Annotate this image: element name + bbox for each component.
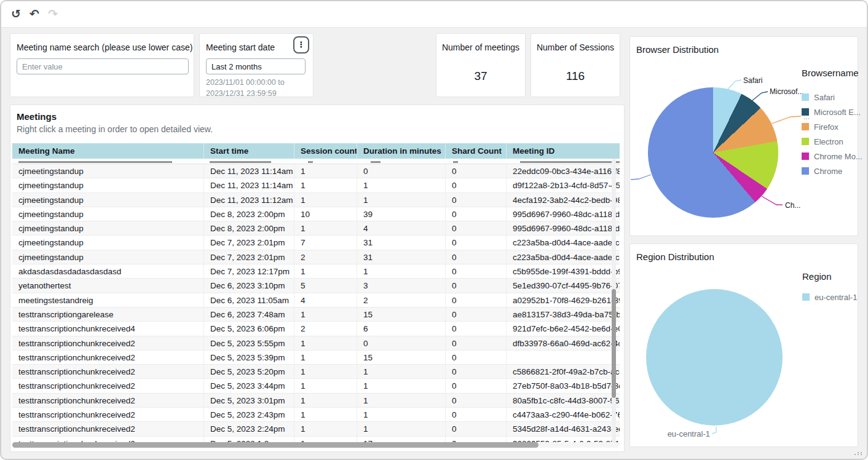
- legend-label: Microsoft E...: [814, 108, 861, 117]
- legend-item[interactable]: Microsoft E...: [802, 105, 862, 119]
- table-row-clipped-bottom[interactable]: testtranscriptionchunkreceived2Dec 5, 20…: [12, 437, 620, 442]
- table-row[interactable]: testtranscriptionchunkreceived2Dec 5, 20…: [12, 365, 620, 379]
- table-cell: 0: [445, 178, 506, 192]
- legend-item[interactable]: Firefox: [802, 119, 862, 134]
- table-row[interactable]: akdasdasdasdadasdasdasdDec 7, 2023 12:17…: [12, 264, 620, 279]
- table-cell: 995d6967-9960-48dc-a118-dc92: [506, 207, 620, 221]
- table-cell: 1: [294, 164, 357, 178]
- table-cell: 1: [294, 178, 357, 192]
- search-input[interactable]: Enter value: [17, 58, 189, 74]
- reset-icon[interactable]: ↺: [9, 7, 23, 22]
- table-cell: 0: [445, 307, 506, 321]
- table-row[interactable]: cjmeetingstandupDec 11, 2023 11:14am110d…: [12, 178, 620, 192]
- table-row[interactable]: testtranscriptionchunkreceived2Dec 5, 20…: [12, 336, 620, 351]
- column-header[interactable]: Session count: [294, 143, 357, 159]
- meeting-start-date-card: Meeting start date ⋮ Last 2 months 2023/…: [199, 33, 314, 97]
- table-cell: cjmeetingstandup: [12, 178, 203, 192]
- search-label: Meeting name search (please use lower ca…: [17, 42, 192, 52]
- table-cell: 995d6967-9960-48dc-a118-dc92: [506, 221, 620, 235]
- table-cell: 0: [357, 164, 445, 178]
- table-row[interactable]: cjmeetingstandupDec 7, 2023 2:01pm2310c2…: [12, 250, 620, 264]
- legend-swatch: [802, 93, 809, 101]
- table-cell: yetanothertest: [12, 279, 203, 292]
- legend-item[interactable]: Chrome: [802, 164, 862, 178]
- table-cell: testtranscriptionchunkreceived2: [12, 394, 203, 407]
- table-row[interactable]: testtranscriptiongareleaseDec 6, 2023 7:…: [12, 307, 620, 322]
- table-row[interactable]: meetingstestandreigDec 6, 2023 11:05am42…: [12, 293, 620, 307]
- table-cell: 0: [445, 250, 506, 264]
- table-row-clipped-top[interactable]: [12, 159, 620, 164]
- table-row[interactable]: testtranscriptionchunkreceived2Dec 5, 20…: [12, 408, 620, 422]
- table-cell: Dec 5, 2023 2:24pm: [203, 422, 294, 435]
- table-cell: 31: [357, 250, 445, 264]
- column-header[interactable]: Start time: [203, 143, 294, 159]
- dashboard-frame: ↺ ↶ ↷ Meeting name search (please use lo…: [0, 0, 868, 460]
- vertical-scrollbar-thumb[interactable]: [612, 289, 616, 398]
- table-cell: dfb33978-66a0-469d-ac62-4c86: [506, 336, 620, 350]
- legend-label: Electron: [814, 137, 843, 146]
- table-cell: 0: [445, 336, 506, 350]
- table-cell: cjmeetingstandup: [12, 250, 203, 264]
- table-cell: d9f122a8-2b13-4cfd-8d57-451e: [506, 178, 620, 192]
- region-pie-chart[interactable]: [646, 289, 783, 426]
- table-cell: 10: [294, 207, 357, 221]
- region-legend: eu-central-1: [802, 290, 857, 304]
- column-header[interactable]: Meeting ID: [506, 143, 620, 159]
- table-row[interactable]: cjmeetingstandupDec 7, 2023 2:01pm7310c2…: [12, 236, 620, 250]
- column-header[interactable]: Shard Count: [445, 143, 506, 159]
- browser-pie-chart[interactable]: [648, 87, 778, 218]
- kebab-menu-icon[interactable]: ⋮: [293, 36, 309, 54]
- table-cell: testtranscriptionchunkreceived2: [12, 351, 203, 364]
- date-range-input[interactable]: Last 2 months: [206, 58, 306, 74]
- table-row[interactable]: testtranscriptionchunkreceived2Dec 5, 20…: [12, 422, 620, 436]
- table-row[interactable]: cjmeetingstandupDec 8, 2023 2:00pm103909…: [12, 207, 620, 221]
- table-cell: 0: [445, 207, 506, 221]
- table-cell: 0: [445, 221, 506, 235]
- table-cell: Dec 7, 2023 2:01pm: [203, 236, 294, 249]
- kpi-number-of-meetings: Number of meetings 37: [436, 33, 526, 97]
- column-header[interactable]: Meeting Name: [12, 143, 203, 159]
- table-cell: akdasdasdasdadasdasdasd: [12, 264, 203, 278]
- table-cell: cjmeetingstandup: [12, 236, 203, 249]
- legend-item[interactable]: Safari: [802, 90, 862, 105]
- table-cell: 0: [445, 422, 506, 435]
- table-row[interactable]: cjmeetingstandupDec 8, 2023 2:00pm140995…: [12, 221, 620, 236]
- table-cell: 1: [294, 379, 357, 392]
- toolbar: ↺ ↶ ↷: [1, 1, 867, 28]
- legend-swatch: [802, 108, 809, 116]
- table-cell: Dec 7, 2023 12:17pm: [203, 264, 294, 278]
- table-row[interactable]: testtranscriptionchunkreceived4Dec 5, 20…: [12, 322, 620, 336]
- table-cell: c223a5ba-d0d4-4ace-aade-ce0cd: [506, 250, 620, 264]
- table-cell: testtranscriptionchunkreceived2: [12, 437, 203, 442]
- redo-icon[interactable]: ↷: [45, 7, 60, 22]
- table-cell: 2: [294, 250, 357, 264]
- undo-icon[interactable]: ↶: [27, 7, 42, 22]
- table-cell: 1: [294, 193, 357, 207]
- table-row[interactable]: cjmeetingstandupDec 11, 2023 11:14am1002…: [12, 164, 620, 178]
- table-cell: 0: [445, 322, 506, 335]
- meetings-title: Meetings: [17, 111, 57, 122]
- table-row[interactable]: testtranscriptionchunkreceived2Dec 5, 20…: [12, 379, 620, 393]
- table-cell: c5b955de-199f-4391-bddd-b953: [506, 264, 620, 278]
- table-cell: testtranscriptionchunkreceived2: [12, 422, 203, 435]
- table-cell: 1: [357, 264, 445, 278]
- table-cell: cjmeetingstandup: [12, 193, 203, 207]
- table-cell: Dec 5, 2023 3:01pm: [203, 394, 294, 407]
- legend-item[interactable]: eu-central-1: [802, 290, 857, 304]
- table-row[interactable]: yetanothertestDec 6, 2023 3:10pm5305e1ed…: [12, 279, 620, 293]
- column-header[interactable]: Duration in minutes: [357, 143, 445, 159]
- table-cell: 0: [445, 394, 506, 407]
- table-cell: 0: [445, 236, 506, 249]
- table-cell: Dec 5, 2023 6:06pm: [203, 322, 294, 335]
- table-cell: testtranscriptionchunkreceived2: [12, 408, 203, 421]
- table-cell: 1: [357, 408, 445, 421]
- table-cell: Dec 6, 2023 11:05am: [203, 293, 294, 307]
- table-row[interactable]: cjmeetingstandupDec 11, 2023 11:12am1104…: [12, 193, 620, 207]
- browser-distribution-card: Browser Distribution Safari Microsof... …: [629, 36, 858, 236]
- legend-item[interactable]: Chrome Mo...: [802, 149, 862, 164]
- horizontal-scrollbar-thumb[interactable]: [12, 442, 539, 448]
- legend-item[interactable]: Electron: [802, 134, 862, 149]
- table-row[interactable]: testtranscriptionchunkreceived2Dec 5, 20…: [12, 351, 620, 365]
- table-row[interactable]: testtranscriptionchunkreceived2Dec 5, 20…: [12, 394, 620, 408]
- table-cell: ae813157-38d3-49da-ba75-b5d7: [506, 307, 620, 321]
